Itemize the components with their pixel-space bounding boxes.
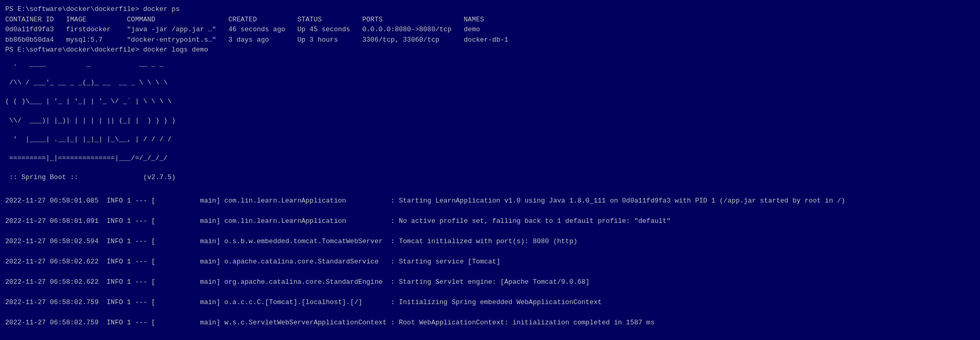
spring-logo-line: /\\ / ___'_ __ _ _(_)_ __ __ _ \ \ \ \ [5, 78, 975, 87]
command-prompt-1: PS E:\software\docker\dockerfile> docker… [5, 4, 975, 15]
log-line-5: 2022-11-27 06:58:02.622 INFO 1 --- [ mai… [5, 277, 975, 287]
log-line-2: 2022-11-27 06:58:01.091 INFO 1 --- [ mai… [5, 216, 975, 226]
log-line-4: 2022-11-27 06:58:02.622 INFO 1 --- [ mai… [5, 257, 975, 267]
terminal-window: PS E:\software\docker\dockerfile> docker… [5, 4, 975, 340]
spring-logo-line: \\/ ___)| |_)| | | | | || (_| | ) ) ) ) [5, 116, 975, 125]
spring-logo-line: =========|_|==============|___/=/_/_/_/ [5, 154, 975, 163]
log-line-3: 2022-11-27 06:58:02.594 INFO 1 --- [ mai… [5, 236, 975, 247]
spring-logo-line: . ____ _ __ _ _ [5, 59, 975, 69]
docker-ps-header: CONTAINER ID IMAGE COMMAND CREATED STATU… [5, 15, 975, 25]
spring-logo-line: :: Spring Boot :: (v2.7.5) [5, 173, 975, 182]
command-prompt-2: PS E:\software\docker\dockerfile> docker… [5, 45, 975, 55]
log-line-7: 2022-11-27 06:58:02.759 INFO 1 --- [ mai… [5, 318, 975, 328]
spring-boot-logo: . ____ _ __ _ _ /\\ / ___'_ __ _ _(_)_ _… [5, 59, 975, 192]
log-line-6: 2022-11-27 06:58:02.759 INFO 1 --- [ mai… [5, 297, 975, 308]
log-output: 2022-11-27 06:58:01.085 INFO 1 --- [ mai… [5, 196, 975, 340]
spring-logo-line: ' |____| .__|_| |_|_| |_\__, | / / / / [5, 135, 975, 144]
container-row-2: bb86b0b50da4 mysql:5.7 "docker-entrypoin… [5, 35, 975, 45]
log-line-1: 2022-11-27 06:58:01.085 INFO 1 --- [ mai… [5, 196, 975, 206]
log-line-8: 2022-11-27 06:58:03.467 INFO 1 --- [ mai… [5, 338, 975, 340]
spring-logo-line: ( ( )\___ | '_ | '_| | '_ \/ _` | \ \ \ … [5, 97, 975, 106]
container-row-1: 0d0a11fd9fa3 firstdocker "java -jar /app… [5, 24, 975, 35]
